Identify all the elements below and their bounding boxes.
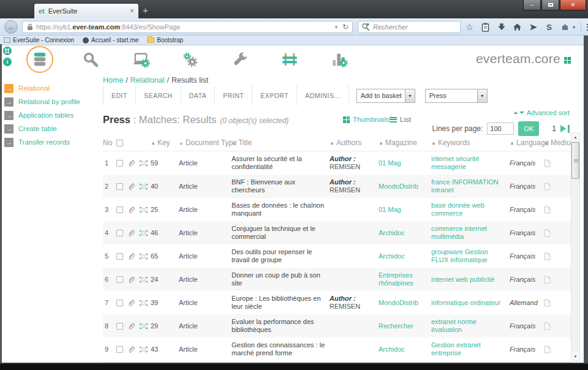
table-row[interactable]: 3 25 Article Bases de données : le chaîn…: [103, 198, 571, 221]
addon-caret-icon[interactable]: ▾: [573, 25, 575, 30]
row-magazine[interactable]: Archidoc: [379, 338, 431, 361]
header-no[interactable]: No: [103, 138, 116, 147]
row-magazine[interactable]: Archidoc: [379, 221, 431, 244]
row-checkbox[interactable]: [116, 253, 123, 260]
row-title[interactable]: Donner un coup de pub à son site: [232, 268, 330, 291]
search-bar[interactable]: [358, 21, 461, 33]
row-title[interactable]: Assurer la sécurité et la confidentialit…: [232, 151, 330, 175]
row-magazine[interactable]: 01 Mag: [379, 198, 431, 221]
tools-module-icon[interactable]: [227, 46, 254, 73]
bookmark-star-icon[interactable]: ☆: [464, 22, 475, 32]
row-keywords[interactable]: base donnée web commerce: [431, 198, 510, 221]
addon-icon[interactable]: [560, 22, 570, 32]
lines-per-page-input[interactable]: [487, 123, 514, 135]
menu-item-adminis[interactable]: ADMINIS...: [297, 86, 349, 105]
preview-frame-icon[interactable]: [140, 221, 151, 244]
header-language[interactable]: ▲Language: [510, 138, 544, 147]
row-magazine[interactable]: Archidoc: [379, 244, 431, 268]
bookmark-eversuite-connexion[interactable]: EverSuite - Connexion: [4, 37, 74, 43]
scroll-down-icon[interactable]: ▼: [571, 352, 579, 361]
row-checkbox[interactable]: [116, 183, 123, 190]
row-keywords[interactable]: internet web publicité: [431, 268, 510, 291]
info-icon[interactable]: i: [3, 58, 12, 66]
row-checkbox[interactable]: [116, 230, 123, 236]
attachment-icon[interactable]: [127, 175, 140, 198]
row-checkbox[interactable]: [116, 346, 123, 353]
row-title[interactable]: BNF : Bienvenue aux chercheurs: [232, 175, 330, 198]
search-input[interactable]: [373, 23, 457, 31]
table-row[interactable]: 4 46 Article Conjuguer la technique et l…: [103, 221, 571, 244]
header-title[interactable]: ▲Title: [232, 138, 330, 147]
downloads-icon[interactable]: [496, 22, 507, 32]
back-button[interactable]: ←: [4, 20, 18, 34]
header-key[interactable]: ▲Key: [151, 138, 179, 147]
next-page-icon[interactable]: [560, 125, 566, 132]
select-all-checkbox[interactable]: [116, 140, 123, 146]
attachment-icon[interactable]: [127, 221, 140, 244]
sort-asc-icon[interactable]: ▲: [151, 140, 156, 146]
maintenance-module-icon[interactable]: [276, 46, 303, 73]
table-row[interactable]: 1 59 Article Assurer la sécurité et la c…: [103, 151, 571, 175]
row-checkbox[interactable]: [116, 300, 123, 306]
breadcrumb-home[interactable]: Home: [103, 76, 123, 85]
scrollbar-thumb[interactable]: [571, 142, 579, 179]
header-keywords[interactable]: ▲Keywords: [431, 138, 510, 147]
header-doctype[interactable]: ▲Document Type: [179, 138, 232, 147]
table-select[interactable]: Press ▼: [425, 89, 488, 103]
preview-frame-icon[interactable]: [140, 244, 151, 268]
table-row[interactable]: 7 39 Article Europe : Les bibliothèques …: [103, 291, 571, 314]
table-row[interactable]: 8 29 Article Evaluer la performance des …: [103, 314, 571, 338]
table-row[interactable]: 6 24 Article Donner un coup de pub à son…: [103, 268, 571, 291]
row-magazine[interactable]: Entreprises rhônalpines: [379, 268, 431, 291]
row-magazine[interactable]: Rechercher: [379, 314, 431, 338]
minimize-button[interactable]: –: [523, 0, 541, 10]
row-checkbox[interactable]: [116, 160, 123, 167]
row-title[interactable]: Gestion des connaissances : le marché pr…: [232, 338, 330, 361]
row-keywords[interactable]: groupware Gestion FLUX informatique: [431, 244, 510, 268]
preview-frame-icon[interactable]: [140, 314, 151, 338]
attachment-icon[interactable]: [127, 338, 140, 361]
header-medium[interactable]: ▲Medium: [544, 138, 568, 147]
sidebar-item-relational[interactable]: →Relational: [4, 81, 101, 95]
browser-tab[interactable]: et EverSuite ×: [34, 3, 139, 18]
close-button[interactable]: ×: [560, 0, 586, 10]
bookmark-accueil-start-me[interactable]: Accueil - start.me: [83, 37, 138, 43]
last-page-icon[interactable]: [568, 125, 570, 133]
row-keywords[interactable]: Gestion extranet entreprise: [431, 338, 510, 361]
row-title[interactable]: Bases de données : le chaînon manquant: [232, 198, 330, 221]
table-row[interactable]: 5 65 Article Des outils pour repenser le…: [103, 244, 571, 268]
bookmark-bootstrap[interactable]: Bootstrap: [147, 37, 183, 43]
database-module-icon[interactable]: [26, 46, 53, 73]
sidebar-item-application-tables[interactable]: →Application tables: [4, 108, 101, 122]
menu-item-print[interactable]: PRINT: [215, 86, 252, 105]
sort-asc-icon[interactable]: ▲: [179, 140, 184, 146]
header-authors[interactable]: ▲Authors: [330, 138, 379, 147]
statistics-module-icon[interactable]: [326, 46, 353, 73]
row-checkbox[interactable]: [116, 206, 123, 213]
sort-asc-icon[interactable]: ▲: [431, 140, 436, 146]
table-row[interactable]: 9 43 Article Gestion des connaissances :…: [103, 338, 571, 361]
row-keywords[interactable]: france INFORMATION intranet: [431, 175, 510, 198]
attachment-icon[interactable]: [127, 314, 140, 338]
dropdown-arrow-icon[interactable]: ▼: [477, 89, 487, 102]
preview-frame-icon[interactable]: [140, 338, 151, 361]
attachment-icon[interactable]: [127, 198, 140, 221]
row-title[interactable]: Europe : Les bibliothèques en leur siècl…: [232, 291, 330, 314]
row-magazine[interactable]: 01 Mag: [379, 151, 431, 175]
menu-item-export[interactable]: EXPORT: [252, 86, 297, 105]
menu-item-search[interactable]: SEARCH: [136, 86, 181, 105]
preview-frame-icon[interactable]: [140, 151, 151, 175]
maximize-button[interactable]: [541, 0, 559, 10]
row-keywords[interactable]: extranet norme évaluation: [431, 314, 510, 338]
sort-asc-icon[interactable]: ▲: [510, 140, 514, 146]
search-module-icon[interactable]: [77, 46, 104, 73]
row-magazine[interactable]: MondoDistrib: [379, 291, 431, 314]
list-toggle[interactable]: List: [390, 116, 411, 123]
sort-asc-icon[interactable]: ▲: [544, 140, 549, 146]
preview-frame-icon[interactable]: [140, 175, 151, 198]
row-title[interactable]: Conjuguer la technique et le commercial: [232, 221, 330, 244]
reload-icon[interactable]: ↻: [342, 23, 349, 31]
thumbnails-toggle[interactable]: Thumbnails: [343, 116, 389, 123]
search-engine-icon[interactable]: [361, 23, 370, 31]
preview-frame-icon[interactable]: [140, 198, 151, 221]
